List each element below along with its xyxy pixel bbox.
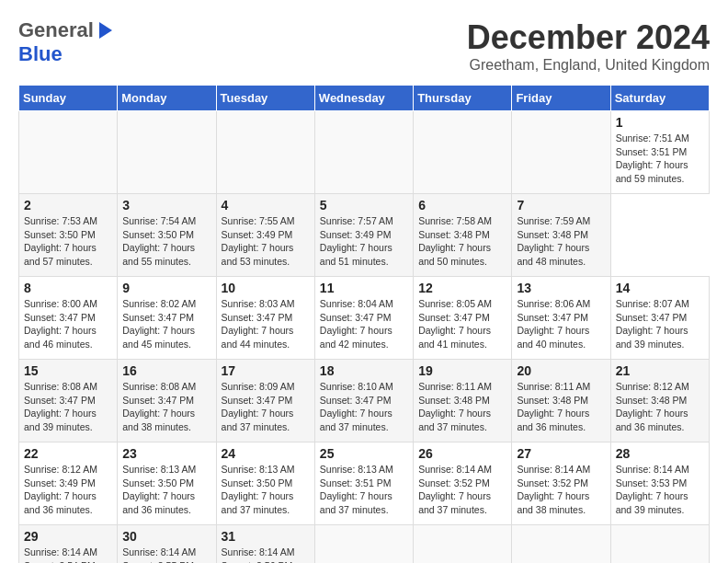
- day-cell-30: 30Sunrise: 8:14 AMSunset: 3:55 PMDayligh…: [118, 525, 216, 564]
- day-cell-23: 23Sunrise: 8:13 AMSunset: 3:50 PMDayligh…: [118, 442, 216, 525]
- day-number: 31: [222, 529, 310, 544]
- title-block: December 2024 Greetham, England, United …: [467, 18, 710, 74]
- week-row-1: 1Sunrise: 7:51 AMSunset: 3:51 PMDaylight…: [19, 111, 710, 194]
- logo-blue: Blue: [18, 42, 63, 66]
- logo-arrow-icon: [99, 22, 112, 39]
- day-info: Sunrise: 7:53 AMSunset: 3:50 PMDaylight:…: [24, 214, 112, 269]
- day-info: Sunrise: 7:51 AMSunset: 3:51 PMDaylight:…: [616, 132, 704, 186]
- empty-cell: [118, 111, 216, 194]
- day-number: 30: [122, 529, 210, 544]
- day-number: 15: [24, 363, 112, 378]
- week-row-5: 22Sunrise: 8:12 AMSunset: 3:49 PMDayligh…: [19, 442, 710, 525]
- day-cell-5: 5Sunrise: 7:57 AMSunset: 3:49 PMDaylight…: [314, 194, 413, 277]
- page-header: General Blue December 2024 Greetham, Eng…: [18, 18, 710, 74]
- day-info: Sunrise: 8:11 AMSunset: 3:48 PMDaylight:…: [517, 380, 605, 434]
- day-number: 2: [24, 198, 112, 213]
- day-cell-9: 9Sunrise: 8:02 AMSunset: 3:47 PMDaylight…: [118, 277, 216, 360]
- day-number: 7: [517, 198, 605, 213]
- week-row-2: 2Sunrise: 7:53 AMSunset: 3:50 PMDaylight…: [19, 194, 710, 277]
- empty-cell: [610, 525, 709, 564]
- day-cell-11: 11Sunrise: 8:04 AMSunset: 3:47 PMDayligh…: [314, 277, 413, 360]
- day-header-wednesday: Wednesday: [314, 86, 413, 111]
- day-info: Sunrise: 8:00 AMSunset: 3:47 PMDaylight:…: [24, 297, 112, 351]
- day-info: Sunrise: 7:55 AMSunset: 3:49 PMDaylight:…: [222, 214, 310, 269]
- day-cell-1: 1Sunrise: 7:51 AMSunset: 3:51 PMDaylight…: [610, 111, 709, 194]
- day-info: Sunrise: 8:14 AMSunset: 3:54 PMDaylight:…: [24, 546, 112, 563]
- day-info: Sunrise: 8:13 AMSunset: 3:51 PMDaylight:…: [320, 463, 408, 517]
- day-info: Sunrise: 8:14 AMSunset: 3:53 PMDaylight:…: [616, 463, 704, 517]
- day-info: Sunrise: 8:09 AMSunset: 3:47 PMDaylight:…: [222, 380, 310, 434]
- month-title: December 2024: [467, 18, 710, 57]
- day-number: 11: [320, 281, 408, 295]
- day-number: 13: [517, 281, 605, 295]
- day-number: 12: [418, 281, 506, 295]
- empty-cell: [414, 111, 512, 194]
- day-cell-10: 10Sunrise: 8:03 AMSunset: 3:47 PMDayligh…: [216, 277, 314, 360]
- day-header-saturday: Saturday: [610, 86, 709, 111]
- day-cell-19: 19Sunrise: 8:11 AMSunset: 3:48 PMDayligh…: [414, 360, 512, 442]
- logo: General Blue: [18, 18, 112, 66]
- day-number: 10: [222, 281, 310, 295]
- day-info: Sunrise: 8:14 AMSunset: 3:55 PMDaylight:…: [122, 546, 210, 563]
- day-info: Sunrise: 8:08 AMSunset: 3:47 PMDaylight:…: [122, 380, 210, 434]
- day-info: Sunrise: 7:57 AMSunset: 3:49 PMDaylight:…: [320, 214, 408, 269]
- day-cell-4: 4Sunrise: 7:55 AMSunset: 3:49 PMDaylight…: [216, 194, 314, 277]
- day-cell-16: 16Sunrise: 8:08 AMSunset: 3:47 PMDayligh…: [118, 360, 216, 442]
- day-info: Sunrise: 8:07 AMSunset: 3:47 PMDaylight:…: [616, 297, 704, 351]
- day-cell-15: 15Sunrise: 8:08 AMSunset: 3:47 PMDayligh…: [19, 360, 118, 442]
- day-info: Sunrise: 7:58 AMSunset: 3:48 PMDaylight:…: [418, 214, 506, 269]
- day-cell-8: 8Sunrise: 8:00 AMSunset: 3:47 PMDaylight…: [19, 277, 118, 360]
- days-header-row: SundayMondayTuesdayWednesdayThursdayFrid…: [19, 86, 710, 111]
- calendar-table: SundayMondayTuesdayWednesdayThursdayFrid…: [18, 85, 710, 563]
- day-number: 18: [320, 363, 408, 378]
- day-number: 14: [616, 281, 704, 295]
- day-cell-20: 20Sunrise: 8:11 AMSunset: 3:48 PMDayligh…: [512, 360, 610, 442]
- day-info: Sunrise: 8:03 AMSunset: 3:47 PMDaylight:…: [222, 297, 310, 351]
- day-cell-3: 3Sunrise: 7:54 AMSunset: 3:50 PMDaylight…: [118, 194, 216, 277]
- day-info: Sunrise: 8:14 AMSunset: 3:56 PMDaylight:…: [222, 546, 310, 563]
- day-info: Sunrise: 8:13 AMSunset: 3:50 PMDaylight:…: [222, 463, 310, 517]
- day-number: 16: [122, 363, 210, 378]
- day-cell-13: 13Sunrise: 8:06 AMSunset: 3:47 PMDayligh…: [512, 277, 610, 360]
- day-number: 4: [222, 198, 310, 213]
- day-number: 21: [616, 363, 704, 378]
- day-number: 27: [517, 446, 605, 461]
- day-header-monday: Monday: [118, 86, 216, 111]
- day-header-thursday: Thursday: [414, 86, 512, 111]
- day-number: 20: [517, 363, 605, 378]
- empty-cell: [314, 525, 413, 564]
- day-number: 17: [222, 363, 310, 378]
- day-info: Sunrise: 8:08 AMSunset: 3:47 PMDaylight:…: [24, 380, 112, 434]
- day-cell-6: 6Sunrise: 7:58 AMSunset: 3:48 PMDaylight…: [414, 194, 512, 277]
- day-info: Sunrise: 8:04 AMSunset: 3:47 PMDaylight:…: [320, 297, 408, 351]
- day-cell-25: 25Sunrise: 8:13 AMSunset: 3:51 PMDayligh…: [314, 442, 413, 525]
- day-number: 1: [616, 115, 704, 130]
- day-number: 26: [418, 446, 506, 461]
- empty-cell: [512, 525, 610, 564]
- day-cell-17: 17Sunrise: 8:09 AMSunset: 3:47 PMDayligh…: [216, 360, 314, 442]
- day-cell-12: 12Sunrise: 8:05 AMSunset: 3:47 PMDayligh…: [414, 277, 512, 360]
- empty-cell: [414, 525, 512, 564]
- day-cell-24: 24Sunrise: 8:13 AMSunset: 3:50 PMDayligh…: [216, 442, 314, 525]
- day-cell-21: 21Sunrise: 8:12 AMSunset: 3:48 PMDayligh…: [610, 360, 709, 442]
- day-cell-26: 26Sunrise: 8:14 AMSunset: 3:52 PMDayligh…: [414, 442, 512, 525]
- empty-cell: [314, 111, 413, 194]
- day-cell-22: 22Sunrise: 8:12 AMSunset: 3:49 PMDayligh…: [19, 442, 118, 525]
- day-header-sunday: Sunday: [19, 86, 118, 111]
- day-number: 28: [616, 446, 704, 461]
- day-info: Sunrise: 8:14 AMSunset: 3:52 PMDaylight:…: [517, 463, 605, 517]
- day-number: 19: [418, 363, 506, 378]
- day-number: 22: [24, 446, 112, 461]
- empty-cell: [19, 111, 118, 194]
- day-cell-2: 2Sunrise: 7:53 AMSunset: 3:50 PMDaylight…: [19, 194, 118, 277]
- location-title: Greetham, England, United Kingdom: [467, 57, 710, 74]
- day-cell-14: 14Sunrise: 8:07 AMSunset: 3:47 PMDayligh…: [610, 277, 709, 360]
- day-info: Sunrise: 8:12 AMSunset: 3:49 PMDaylight:…: [24, 463, 112, 517]
- week-row-3: 8Sunrise: 8:00 AMSunset: 3:47 PMDaylight…: [19, 277, 710, 360]
- day-cell-27: 27Sunrise: 8:14 AMSunset: 3:52 PMDayligh…: [512, 442, 610, 525]
- day-info: Sunrise: 8:11 AMSunset: 3:48 PMDaylight:…: [418, 380, 506, 434]
- day-cell-29: 29Sunrise: 8:14 AMSunset: 3:54 PMDayligh…: [19, 525, 118, 564]
- day-info: Sunrise: 7:54 AMSunset: 3:50 PMDaylight:…: [122, 214, 210, 269]
- day-cell-18: 18Sunrise: 8:10 AMSunset: 3:47 PMDayligh…: [314, 360, 413, 442]
- day-cell-28: 28Sunrise: 8:14 AMSunset: 3:53 PMDayligh…: [610, 442, 709, 525]
